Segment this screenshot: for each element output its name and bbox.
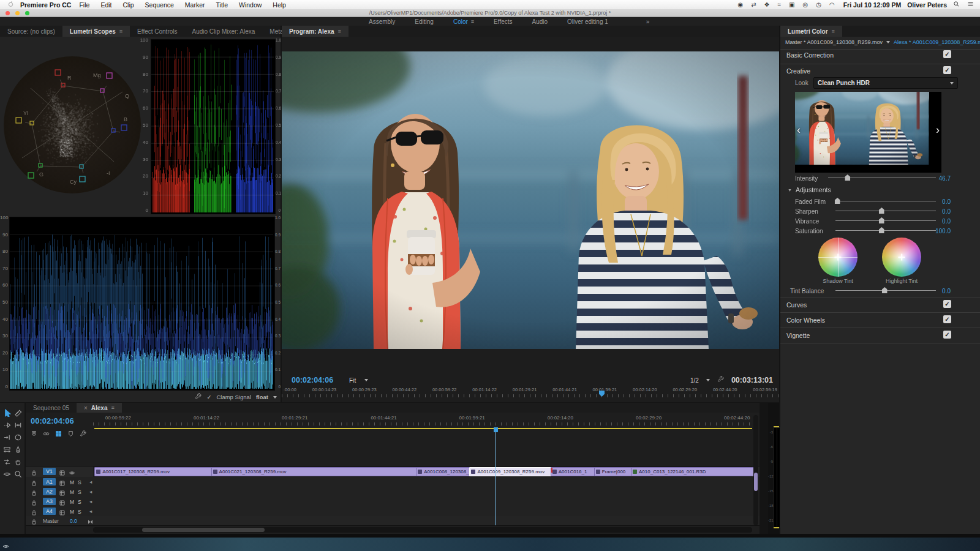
vibrance-slider[interactable] (835, 217, 936, 224)
snap-icon[interactable] (31, 429, 37, 440)
track-target-a2[interactable]: A2 (43, 488, 56, 495)
bit-depth-dropdown-arrow[interactable] (273, 396, 277, 399)
program-zoom-select[interactable]: Fit (333, 377, 368, 384)
master-gain-value[interactable]: 0.0 (70, 518, 77, 524)
timeline-clip[interactable]: A001C021_120308_R259.mov (211, 467, 420, 476)
master-pan-bowtie-icon[interactable] (87, 517, 94, 528)
look-preview[interactable]: ‹ › (795, 92, 941, 173)
sharpen-value[interactable]: 0.0 (926, 208, 951, 215)
look-next-arrow[interactable]: › (936, 124, 940, 137)
timeline-clip-selected[interactable]: A001C009_120308_R259.mov (469, 467, 554, 476)
intensity-value[interactable]: 46.7 (926, 175, 951, 182)
solo-button[interactable]: S (78, 509, 81, 515)
hand-tool[interactable] (12, 457, 23, 467)
spotlight-search-icon[interactable] (953, 1, 967, 9)
tab-source-monitor[interactable]: Source: (no clips) (0, 26, 62, 37)
menu-item[interactable]: Sequence (140, 1, 179, 9)
active-clip-name[interactable]: Alexa * A001C009_120308_R259.mov (894, 39, 980, 45)
track-target-a3[interactable]: A3 (43, 498, 56, 505)
basic-correction-checkbox[interactable]: ✓ (943, 50, 951, 58)
menu-item[interactable]: Help (267, 1, 292, 9)
status-icon[interactable]: ❖ (764, 1, 770, 8)
track-target-a1[interactable]: A1 (43, 478, 56, 485)
tab-lumetri-scopes[interactable]: Lumetri Scopes≡ (62, 26, 130, 37)
notification-center-icon[interactable] (967, 1, 980, 9)
timeline-hscrollbar[interactable] (93, 527, 752, 533)
panel-menu-icon[interactable]: ≡ (832, 28, 835, 34)
section-creative[interactable]: Creative (786, 67, 810, 75)
highlight-tint-wheel[interactable] (882, 238, 921, 277)
workspace-tab-color[interactable]: Color≡ (443, 18, 484, 25)
panel-menu-icon[interactable]: ≡ (111, 405, 114, 411)
solo-button[interactable]: S (78, 499, 81, 505)
saturation-slider[interactable] (835, 227, 936, 234)
look-select[interactable]: Clean Punch HDR (813, 77, 958, 89)
solo-button[interactable]: S (78, 479, 81, 485)
status-icon[interactable]: ◠ (829, 1, 835, 8)
tab-effect-controls[interactable]: Effect Controls (130, 26, 184, 37)
master-clip-dropdown-arrow[interactable] (886, 41, 890, 43)
workspace-tab-assembly[interactable]: Assembly (359, 18, 405, 25)
timeline-clip[interactable]: A001C016_1 (551, 467, 598, 476)
timeline-vscrollbar[interactable] (753, 415, 758, 525)
section-color-wheels[interactable]: Color Wheels (786, 317, 825, 324)
tab-sequence-05[interactable]: Sequence 05 (26, 403, 77, 413)
rate-stretch-tool[interactable] (1, 444, 12, 455)
clamp-signal-label[interactable]: Clamp Signal (216, 394, 251, 400)
status-icon[interactable]: ▣ (789, 1, 794, 8)
vignette-checkbox[interactable]: ✓ (943, 331, 951, 339)
trim-tool[interactable] (12, 420, 23, 430)
timeline-playhead-head[interactable] (494, 427, 498, 432)
section-vignette[interactable]: Vignette (786, 332, 810, 339)
menu-item[interactable]: Window (233, 1, 267, 9)
selection-tool[interactable] (1, 408, 12, 418)
vscrollbar-thumb[interactable] (754, 473, 758, 491)
clamp-signal-check[interactable]: ✓ (206, 394, 211, 400)
workspace-tab-audio[interactable]: Audio (522, 18, 558, 25)
timeline-clip[interactable]: A010_C013_122146_001.R3D (631, 467, 756, 476)
tab-lumetri-color[interactable]: Lumetri Color≡ (780, 26, 842, 37)
menu-item[interactable]: Clip (117, 1, 139, 9)
menubar-clock[interactable]: Fri Jul 10 12:09 PM (835, 1, 908, 9)
add-marker-icon[interactable] (67, 429, 74, 440)
pen-tool[interactable] (12, 444, 23, 455)
zoom-window-button[interactable] (25, 11, 29, 15)
disclosure-triangle-icon[interactable]: ▼ (788, 188, 792, 192)
timeline-settings-wrench-icon[interactable] (80, 429, 86, 440)
tab-alexa-sequence[interactable]: × Alexa ≡ (77, 403, 122, 413)
zoom-tool[interactable] (12, 469, 23, 479)
menu-item[interactable]: Marker (179, 1, 211, 9)
tab-program-monitor[interactable]: Program: Alexa≡ (282, 26, 349, 37)
collapse-track-arrow[interactable]: ◂ (89, 479, 92, 485)
status-icon[interactable]: ≈ (778, 1, 782, 8)
timeline-clip[interactable]: Frame|000 (594, 467, 635, 476)
track-lock-icon[interactable] (31, 517, 37, 528)
timeline-clip[interactable]: A001C008_120308_R (416, 467, 472, 476)
linked-selection-icon[interactable] (43, 429, 50, 440)
close-tab-icon[interactable]: × (84, 405, 88, 411)
apple-menu-icon[interactable] (0, 1, 20, 9)
eye-icon[interactable] (2, 541, 9, 551)
tint-balance-value[interactable]: 0.0 (926, 288, 951, 294)
color-wheels-checkbox[interactable]: ✓ (943, 315, 951, 323)
sharpen-slider[interactable] (835, 207, 936, 214)
mute-button[interactable]: M (70, 489, 74, 495)
program-settings-wrench-icon[interactable] (710, 376, 731, 384)
status-icon[interactable]: ◎ (802, 1, 808, 8)
app-menu[interactable]: Premiere Pro CC (20, 1, 74, 9)
master-clip-select[interactable]: Master * A001C009_120308_R259.mov (785, 39, 883, 45)
hscrollbar-thumb[interactable] (142, 528, 265, 532)
mute-button[interactable]: M (70, 479, 74, 485)
minimize-window-button[interactable] (15, 11, 20, 15)
mute-button[interactable]: M (70, 499, 74, 505)
slide-tool[interactable] (1, 469, 12, 479)
timeline-playhead-line[interactable] (496, 432, 496, 525)
status-icon[interactable]: ◷ (816, 1, 821, 8)
section-basic-correction[interactable]: Basic Correction (786, 51, 834, 59)
timeline-clip[interactable]: A001C017_120308_R259.mov (94, 467, 214, 476)
rolling-edit-tool[interactable] (12, 432, 23, 443)
workspace-tab-editing[interactable]: Editing (405, 18, 443, 25)
look-prev-arrow[interactable]: ‹ (797, 124, 801, 137)
mute-button[interactable]: M (70, 509, 74, 515)
collapse-track-arrow[interactable]: ◂ (89, 489, 92, 495)
